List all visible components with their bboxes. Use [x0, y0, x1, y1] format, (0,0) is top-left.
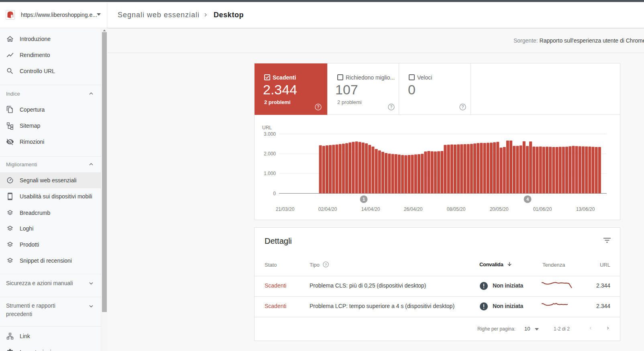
- svg-text:13/06/20: 13/06/20: [576, 206, 595, 212]
- svg-text:URL: URL: [262, 125, 272, 131]
- svg-text:21/03/20: 21/03/20: [276, 206, 295, 212]
- svg-text:26/04/20: 26/04/20: [404, 206, 423, 212]
- svg-text:1.000: 1.000: [264, 171, 276, 176]
- svg-text:?: ?: [317, 104, 319, 109]
- svg-text:14/04/20: 14/04/20: [361, 206, 380, 212]
- svg-text:08/05/20: 08/05/20: [447, 206, 466, 212]
- svg-text:3.000: 3.000: [264, 131, 276, 137]
- svg-text:2.000: 2.000: [264, 151, 276, 157]
- svg-text:01/06/20: 01/06/20: [533, 206, 552, 212]
- svg-text:?: ?: [325, 263, 327, 267]
- svg-text:20/05/20: 20/05/20: [490, 206, 509, 212]
- svg-text:0: 0: [273, 191, 276, 196]
- svg-text:02/04/20: 02/04/20: [318, 206, 337, 212]
- svg-text:?: ?: [390, 104, 392, 109]
- svg-text:4: 4: [526, 197, 529, 202]
- svg-text:1: 1: [363, 197, 365, 202]
- svg-text:?: ?: [461, 104, 464, 109]
